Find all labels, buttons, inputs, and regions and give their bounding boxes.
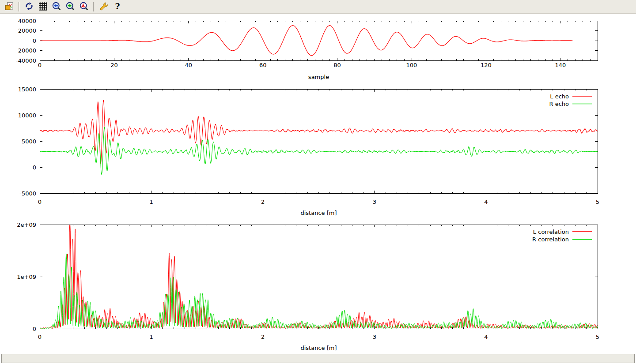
x-tick-label: 40: [185, 62, 193, 68]
echo-chart: 012345-5000050001000015000distance [m]L …: [18, 86, 600, 217]
plot-border: [40, 21, 598, 60]
clipboard-plot-icon: [5, 2, 14, 12]
x-tick-label: 3: [373, 199, 376, 205]
y-tick-label: -20000: [16, 47, 36, 54]
x-tick-label: 4: [484, 334, 488, 340]
axes: [40, 21, 598, 60]
autoscale-button[interactable]: [78, 1, 90, 12]
axes: [40, 89, 598, 193]
grid-icon: [38, 2, 47, 12]
y-tick-label: 1e+09: [17, 274, 36, 280]
legend-label: L echo: [550, 93, 569, 100]
toolbar-separator: [93, 2, 94, 11]
series-pulse: [40, 26, 572, 56]
x-tick-label: 0: [38, 199, 42, 205]
zoom-previous-button[interactable]: [50, 1, 62, 12]
y-tick-label: 15000: [18, 86, 36, 93]
x-tick-label: 20: [110, 62, 118, 68]
y-tick-label: 10000: [18, 112, 36, 119]
plot-canvas[interactable]: 020406080100120140-40000-200000200004000…: [0, 14, 636, 353]
x-tick-label: 1: [149, 334, 153, 340]
legend-label: R echo: [549, 101, 569, 107]
magnifier-right-arrow-icon: [66, 2, 75, 12]
question-mark-icon: ?: [113, 2, 122, 12]
svg-text:?: ?: [115, 2, 120, 11]
y-tick-label: 0: [33, 38, 36, 44]
y-tick-label: 0: [33, 164, 36, 171]
legend-label: R correlation: [532, 236, 569, 243]
plot-border: [40, 89, 598, 193]
status-bar-inset: [1, 354, 635, 363]
series-l-correlation: [40, 225, 598, 329]
axes: [40, 225, 598, 329]
pulse-chart: 020406080100120140-40000-200000200004000…: [16, 18, 598, 81]
y-tick-label: -40000: [16, 57, 36, 64]
x-tick-label: 2: [261, 334, 265, 340]
legend-label: L correlation: [533, 229, 569, 235]
x-tick-label: 4: [484, 199, 488, 205]
x-axis-title: sample: [308, 74, 329, 80]
help-button[interactable]: ?: [111, 1, 123, 12]
refresh-icon: [25, 2, 34, 12]
y-tick-label: 40000: [18, 18, 36, 24]
series-r-echo: [40, 128, 598, 175]
magnifier-plot-icon: [80, 2, 88, 12]
toolbar: ?: [0, 0, 636, 14]
x-tick-label: 100: [406, 62, 417, 68]
x-tick-label: 1: [149, 199, 153, 205]
y-tick-label: 20000: [18, 27, 36, 34]
zoom-next-button[interactable]: [64, 1, 76, 12]
series-r-correlation: [40, 254, 598, 329]
x-tick-label: 120: [481, 62, 492, 68]
x-tick-label: 5: [596, 199, 599, 205]
y-tick-label: -5000: [19, 190, 36, 197]
magnifier-left-arrow-icon: [52, 2, 61, 12]
y-tick-label: 2e+09: [17, 221, 36, 228]
status-bar: [0, 353, 636, 364]
x-tick-label: 5: [596, 334, 599, 340]
wrench-icon: [99, 2, 108, 12]
gnuplot-window: ? 020406080100120140-40000-2000002000040…: [0, 0, 636, 364]
x-tick-label: 80: [333, 62, 341, 68]
copy-plot-button[interactable]: [3, 1, 15, 12]
replot-button[interactable]: [23, 1, 35, 12]
plot-border: [40, 225, 598, 329]
x-axis-title: distance [m]: [300, 210, 337, 216]
toggle-grid-button[interactable]: [37, 1, 49, 12]
plots-svg: 020406080100120140-40000-200000200004000…: [0, 14, 636, 353]
y-tick-label: 0: [33, 326, 36, 332]
x-tick-label: 140: [555, 62, 566, 68]
configure-button[interactable]: [98, 1, 110, 12]
x-tick-label: 2: [261, 199, 265, 205]
toolbar-separator: [19, 2, 19, 11]
x-tick-label: 3: [373, 334, 376, 340]
x-tick-label: 60: [259, 62, 267, 68]
x-tick-label: 0: [38, 334, 42, 340]
series-l-echo: [40, 100, 598, 164]
x-axis-title: distance [m]: [300, 345, 337, 351]
x-tick-label: 0: [38, 62, 42, 68]
y-tick-label: 5000: [22, 138, 36, 145]
correlation-chart: 01234501e+092e+09distance [m]L correlati…: [17, 221, 599, 352]
